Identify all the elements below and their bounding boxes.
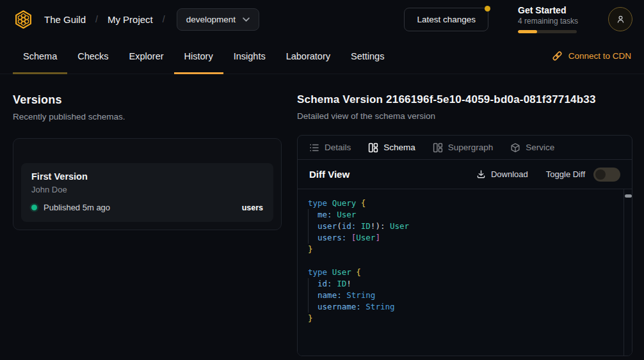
notification-dot — [485, 6, 490, 12]
toggle-diff-label: Toggle Diff — [546, 169, 585, 179]
code-block: type Query { me: User user(id: ID!): Use… — [298, 189, 632, 356]
versions-card: First Version John Doe Published 5m ago … — [13, 138, 282, 230]
layout-columns-icon — [368, 143, 378, 153]
code-scrollbar-thumb[interactable] — [625, 194, 632, 198]
version-name: First Version — [31, 171, 263, 182]
tab-explorer[interactable]: Explorer — [119, 38, 174, 74]
breadcrumb-org[interactable]: The Guild — [44, 14, 86, 25]
tab-schema-view-label: Schema — [383, 143, 415, 152]
link-icon — [552, 51, 563, 61]
breadcrumb-separator: / — [163, 14, 165, 24]
tab-checks[interactable]: Checks — [67, 38, 118, 74]
tab-details-label: Details — [325, 143, 351, 152]
code-lines: type Query { me: User user(id: ID!): Use… — [308, 198, 622, 324]
download-icon — [476, 169, 486, 179]
versions-column: Versions Recently published schemas. Fir… — [13, 93, 282, 230]
version-status: Published 5m ago — [44, 203, 110, 212]
get-started-subtitle: 4 remaining tasks — [518, 17, 579, 26]
code-scrollbar — [624, 189, 632, 356]
target-selector-value: development — [186, 15, 236, 24]
page-title: Schema Version 2166196f-5e10-4059-bd0a-0… — [297, 93, 632, 106]
latest-changes-label: Latest changes — [417, 15, 476, 24]
tab-details[interactable]: Details — [309, 143, 351, 153]
hive-logo-icon[interactable] — [13, 9, 34, 30]
tab-schema[interactable]: Schema — [13, 38, 67, 74]
cube-icon — [510, 143, 520, 153]
version-detail-column: Schema Version 2166196f-5e10-4059-bd0a-0… — [297, 93, 632, 356]
get-started-widget[interactable]: Get Started 4 remaining tasks — [518, 5, 579, 33]
download-label: Download — [491, 169, 528, 179]
download-button[interactable]: Download — [476, 169, 528, 179]
versions-subtitle: Recently published schemas. — [13, 112, 282, 121]
tab-supergraph[interactable]: Supergraph — [433, 143, 494, 153]
main-content: Versions Recently published schemas. Fir… — [0, 74, 644, 356]
versions-title: Versions — [13, 93, 282, 107]
page-subtitle: Detailed view of the schema version — [297, 111, 632, 121]
tab-history[interactable]: History — [174, 38, 223, 74]
breadcrumb: The Guild / My Project / development — [13, 8, 259, 31]
get-started-progress-fill — [518, 30, 537, 33]
version-list-item[interactable]: First Version John Doe Published 5m ago … — [21, 163, 273, 222]
toggle-diff-switch[interactable] — [593, 168, 620, 182]
primary-nav: Schema Checks Explorer History Insights … — [0, 38, 644, 74]
tab-settings[interactable]: Settings — [341, 38, 394, 74]
chevron-down-icon — [243, 17, 250, 22]
tab-schema-view[interactable]: Schema — [368, 143, 415, 153]
diff-toolbar: Diff View Download Toggle Diff — [298, 160, 632, 189]
get-started-title: Get Started — [518, 5, 579, 15]
breadcrumb-project[interactable]: My Project — [108, 14, 153, 25]
connect-to-cdn-link[interactable]: Connect to CDN — [552, 38, 631, 74]
tab-laboratory[interactable]: Laboratory — [276, 38, 341, 74]
app-header: The Guild / My Project / development Lat… — [0, 0, 644, 38]
version-author: John Doe — [31, 185, 263, 194]
breadcrumb-separator: / — [95, 14, 98, 24]
list-icon — [309, 143, 319, 153]
schema-detail-panel: Details Schema Supergr — [297, 135, 632, 356]
layout-columns-icon — [433, 143, 443, 153]
toggle-diff-control: Toggle Diff — [546, 168, 620, 182]
target-selector-dropdown[interactable]: development — [177, 8, 259, 31]
version-meta-row: Published 5m ago users — [31, 203, 263, 212]
user-avatar[interactable] — [608, 7, 632, 31]
tab-insights[interactable]: Insights — [223, 38, 276, 74]
detail-tabs: Details Schema Supergr — [298, 136, 632, 160]
person-icon — [615, 14, 626, 25]
tab-supergraph-label: Supergraph — [448, 143, 494, 152]
latest-changes-button[interactable]: Latest changes — [404, 8, 488, 31]
tab-service[interactable]: Service — [510, 143, 554, 153]
published-status-dot-icon — [31, 205, 37, 210]
tab-service-label: Service — [526, 143, 554, 152]
get-started-progressbar — [518, 30, 577, 33]
switch-knob — [595, 169, 606, 180]
connect-to-cdn-label: Connect to CDN — [568, 51, 631, 61]
diff-actions: Download Toggle Diff — [476, 168, 620, 182]
diff-view-title: Diff View — [309, 169, 350, 180]
service-badge: users — [242, 203, 263, 212]
header-right: Latest changes Get Started 4 remaining t… — [404, 5, 632, 33]
